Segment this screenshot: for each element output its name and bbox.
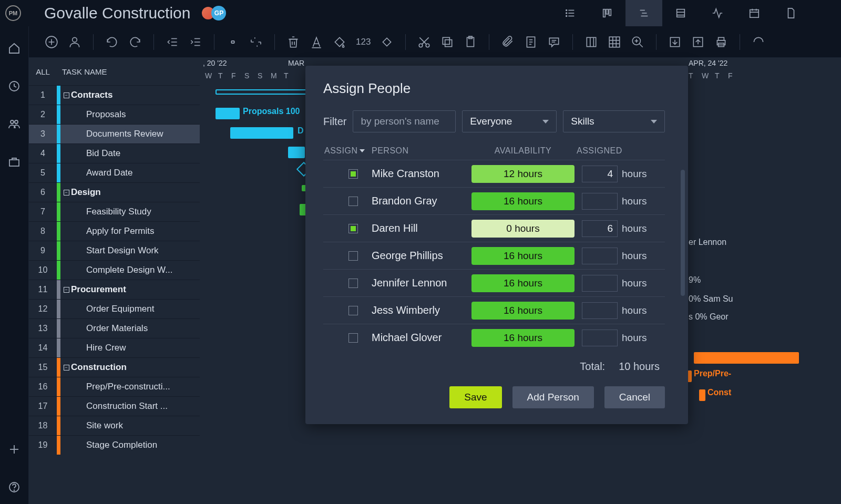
- task-row[interactable]: 10Complete Design W...: [29, 260, 200, 280]
- gantt-bar-docreview[interactable]: [230, 127, 293, 139]
- cancel-button[interactable]: Cancel: [604, 386, 665, 408]
- diamond-icon[interactable]: [380, 35, 394, 49]
- briefcase-icon[interactable]: [8, 156, 20, 168]
- board-view-icon[interactable]: [589, 0, 625, 26]
- task-row[interactable]: 18Site work: [29, 416, 200, 435]
- avatars[interactable]: GP: [201, 6, 226, 20]
- gantt-view-icon[interactable]: [625, 0, 662, 26]
- task-name: Hire Crew: [71, 343, 200, 353]
- outdent-icon[interactable]: [166, 35, 179, 49]
- indent-icon[interactable]: [189, 35, 202, 49]
- export-icon[interactable]: [691, 35, 705, 49]
- expand-icon[interactable]: −: [63, 92, 70, 98]
- task-row[interactable]: 12Order Equipment: [29, 299, 200, 318]
- assigned-hours-input[interactable]: [582, 248, 618, 264]
- task-row[interactable]: 4Bid Date: [29, 143, 200, 163]
- expand-icon[interactable]: −: [63, 365, 70, 371]
- assign-checkbox[interactable]: [348, 279, 358, 288]
- link-icon[interactable]: [226, 35, 240, 49]
- add-person-button[interactable]: Add Person: [512, 386, 594, 408]
- assigned-hours-input[interactable]: [582, 166, 618, 182]
- assigned-hours-input[interactable]: [582, 220, 618, 237]
- trash-icon[interactable]: [286, 35, 300, 49]
- attach-icon[interactable]: [501, 35, 515, 49]
- save-button[interactable]: Save: [449, 386, 501, 408]
- filter-skills-select[interactable]: Skills: [563, 110, 665, 132]
- task-row[interactable]: 2Proposals: [29, 105, 200, 124]
- print-icon[interactable]: [714, 35, 728, 49]
- task-row[interactable]: 8Apply for Permits: [29, 221, 200, 241]
- col-task-name[interactable]: TASK NAME: [57, 67, 107, 76]
- gantt-bar-biddate[interactable]: [288, 147, 305, 158]
- task-row[interactable]: 1−Contracts: [29, 85, 200, 105]
- assign-checkbox[interactable]: [348, 306, 358, 315]
- plus-icon[interactable]: [8, 443, 20, 456]
- add-icon[interactable]: [45, 35, 58, 49]
- gantt-bar-proposals[interactable]: [216, 108, 240, 119]
- expand-icon[interactable]: −: [63, 287, 70, 293]
- zoom-icon[interactable]: [631, 35, 644, 49]
- gantt-bar-prep[interactable]: [688, 371, 692, 382]
- task-row[interactable]: 3Documents Review: [29, 124, 200, 143]
- paste-icon[interactable]: [464, 35, 477, 49]
- assign-checkbox[interactable]: [348, 224, 358, 233]
- modal-scrollbar[interactable]: [681, 170, 685, 296]
- grid-icon[interactable]: [608, 35, 621, 49]
- calendar-view-icon[interactable]: [736, 0, 773, 26]
- col-availability[interactable]: AVAILABILITY: [471, 146, 575, 156]
- font-icon[interactable]: [310, 35, 323, 49]
- cut-icon[interactable]: [417, 35, 431, 49]
- expand-icon[interactable]: −: [63, 190, 70, 196]
- avatar-initials[interactable]: GP: [211, 6, 226, 20]
- task-row[interactable]: 7Feasibility Study: [29, 202, 200, 221]
- gantt-bar-consstart[interactable]: [699, 389, 705, 401]
- task-row[interactable]: 15−Construction: [29, 357, 200, 377]
- assign-checkbox[interactable]: [348, 169, 358, 179]
- redo-icon[interactable]: [128, 35, 142, 49]
- activity-view-icon[interactable]: [699, 0, 736, 26]
- file-view-icon[interactable]: [773, 0, 809, 26]
- task-number: 6: [29, 188, 57, 197]
- col-all[interactable]: ALL: [29, 67, 57, 76]
- assigned-hours-input[interactable]: [582, 330, 618, 346]
- list-view-icon[interactable]: [552, 0, 589, 26]
- assigned-hours-input[interactable]: [582, 193, 618, 210]
- task-row[interactable]: 5Award Date: [29, 163, 200, 182]
- more-icon[interactable]: [752, 35, 765, 49]
- task-row[interactable]: 17Construction Start ...: [29, 396, 200, 416]
- task-row[interactable]: 13Order Materials: [29, 318, 200, 338]
- task-row[interactable]: 9Start Design Work: [29, 241, 200, 260]
- sheet-view-icon[interactable]: [662, 0, 699, 26]
- person-icon[interactable]: [68, 35, 81, 49]
- task-row[interactable]: 14Hire Crew: [29, 338, 200, 357]
- fill-icon[interactable]: [333, 35, 346, 49]
- note-icon[interactable]: [524, 35, 538, 49]
- team-icon[interactable]: [8, 118, 20, 130]
- import-icon[interactable]: [668, 35, 682, 49]
- comment-icon[interactable]: [547, 35, 561, 49]
- task-row[interactable]: 11−Procurement: [29, 280, 200, 299]
- assign-checkbox[interactable]: [348, 251, 358, 261]
- filter-name-input[interactable]: by person's name: [353, 110, 456, 132]
- undo-icon[interactable]: [105, 35, 119, 49]
- assigned-hours-input[interactable]: [582, 302, 618, 319]
- assign-checkbox[interactable]: [348, 197, 358, 206]
- col-assigned[interactable]: ASSIGNED: [575, 146, 665, 156]
- unlink-icon[interactable]: [249, 35, 263, 49]
- columns-icon[interactable]: [584, 35, 598, 49]
- home-icon[interactable]: [8, 42, 20, 55]
- task-row[interactable]: 16Prep/Pre-constructi...: [29, 377, 200, 396]
- filter-everyone-select[interactable]: Everyone: [462, 110, 557, 132]
- task-row[interactable]: 19Stage Completion: [29, 435, 200, 455]
- task-row[interactable]: 6−Design: [29, 182, 200, 202]
- copy-icon[interactable]: [440, 35, 454, 49]
- assigned-hours-input[interactable]: [582, 275, 618, 292]
- col-person[interactable]: PERSON: [372, 146, 471, 156]
- gantt-bar-contracts[interactable]: [216, 89, 310, 95]
- gantt-bar-construction[interactable]: [694, 352, 799, 364]
- help-icon[interactable]: [8, 481, 20, 493]
- assign-checkbox[interactable]: [348, 333, 358, 343]
- app-logo[interactable]: PM: [5, 5, 21, 21]
- col-assign[interactable]: ASSIGN: [323, 146, 372, 156]
- clock-icon[interactable]: [8, 80, 20, 92]
